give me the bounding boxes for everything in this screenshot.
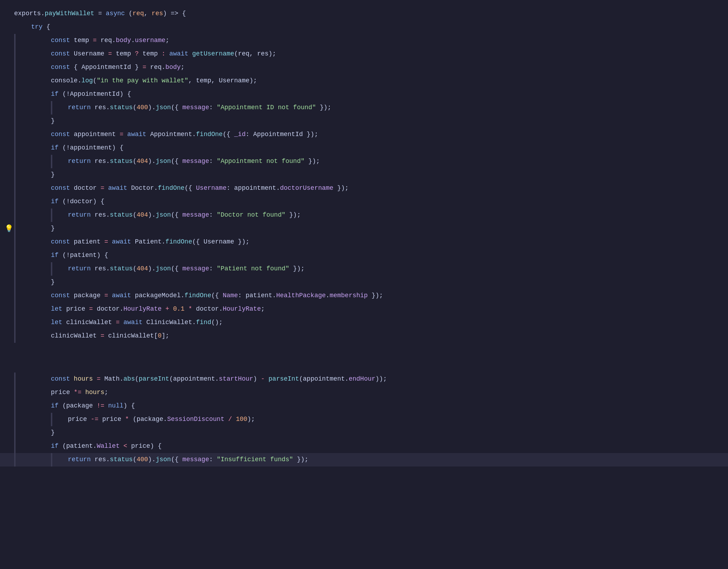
code-line: if (!AppointmentId) { bbox=[0, 88, 728, 101]
code-token: json bbox=[155, 210, 171, 220]
code-token bbox=[87, 415, 91, 424]
code-token: (!appointment) { bbox=[59, 143, 124, 153]
code-token: 0 bbox=[158, 331, 162, 341]
code-token: (appointment. bbox=[299, 374, 348, 384]
code-content: } bbox=[14, 276, 721, 289]
code-token: const bbox=[51, 130, 70, 140]
code-token: await bbox=[108, 183, 127, 193]
code-line: return res.status(404).json({ message: "… bbox=[0, 262, 728, 276]
code-line: price -= price * (package.SessionDiscoun… bbox=[0, 413, 728, 426]
code-token: }); bbox=[368, 291, 383, 301]
code-token: ( bbox=[93, 76, 97, 86]
code-token: } bbox=[51, 116, 55, 126]
code-token: ). bbox=[148, 455, 156, 465]
code-content: } bbox=[14, 168, 721, 182]
code-token: . bbox=[41, 9, 45, 19]
code-line: if (!appointment) { bbox=[0, 141, 728, 155]
code-line: let clinicWallet = await ClinicWallet.fi… bbox=[0, 316, 728, 329]
code-token: await bbox=[123, 318, 142, 328]
code-token: : patient. bbox=[238, 291, 276, 301]
code-token: const bbox=[51, 374, 70, 384]
code-token: 0.1 bbox=[173, 304, 184, 314]
lightbulb-icon: 💡 bbox=[5, 223, 13, 234]
code-token: AppointmentId bbox=[70, 89, 119, 99]
code-token: if bbox=[51, 401, 59, 411]
code-token: status bbox=[110, 103, 133, 113]
code-token: console bbox=[51, 76, 78, 86]
code-content: const doctor = await Doctor.findOne({ Us… bbox=[14, 182, 721, 195]
code-token: return bbox=[68, 157, 91, 166]
code-content: const temp = req.body.username; bbox=[14, 34, 721, 47]
code-token: parseInt bbox=[269, 374, 299, 384]
code-token: = bbox=[119, 130, 123, 140]
code-token: ; bbox=[165, 36, 169, 46]
code-token bbox=[93, 374, 97, 384]
code-token: = bbox=[89, 304, 93, 314]
code-token: ( bbox=[133, 264, 137, 274]
code-line: const appointment = await Appointment.fi… bbox=[0, 128, 728, 141]
code-token: status bbox=[110, 157, 133, 166]
code-token: : bbox=[209, 455, 217, 465]
code-token: temp bbox=[139, 49, 162, 59]
code-token: . bbox=[78, 76, 82, 86]
code-token bbox=[97, 331, 101, 341]
code-token: packageModel. bbox=[131, 291, 184, 301]
code-token: ; bbox=[104, 388, 108, 398]
code-line: return res.status(400).json({ message: "… bbox=[0, 453, 728, 467]
code-token: ( bbox=[133, 103, 137, 113]
code-token: const bbox=[51, 63, 70, 72]
code-token: const bbox=[51, 183, 70, 193]
code-token: : bbox=[209, 103, 217, 113]
code-line: return res.status(404).json({ message: "… bbox=[0, 209, 728, 222]
code-token: if bbox=[51, 441, 59, 451]
code-token: }); bbox=[333, 183, 348, 193]
code-token: }); bbox=[289, 264, 305, 274]
code-token: (!doctor) { bbox=[59, 197, 105, 207]
code-token: price bbox=[51, 388, 70, 398]
code-content: } bbox=[14, 426, 721, 440]
code-token: message bbox=[182, 455, 209, 465]
code-line: const hours = Math.abs(parseInt(appointm… bbox=[0, 373, 728, 386]
code-token: const bbox=[51, 237, 70, 247]
code-token: -= bbox=[91, 415, 99, 424]
code-token: req bbox=[97, 36, 112, 46]
code-line: const doctor = await Doctor.findOne({ Us… bbox=[0, 182, 728, 195]
code-line: const package = await packageModel.findO… bbox=[0, 289, 728, 303]
code-token: * bbox=[125, 415, 129, 424]
code-token: : bbox=[209, 210, 217, 220]
code-token: price) { bbox=[127, 441, 162, 451]
code-token: - bbox=[261, 374, 265, 384]
code-content bbox=[14, 343, 721, 373]
code-token: "Patient not found" bbox=[217, 264, 289, 274]
code-token: ) { bbox=[119, 89, 131, 99]
code-token: Math. bbox=[100, 374, 123, 384]
code-token: hours bbox=[85, 388, 104, 398]
code-token: HourlyRate bbox=[123, 304, 162, 314]
code-token: ) { bbox=[123, 401, 135, 411]
code-content: if (!AppointmentId) { bbox=[14, 88, 721, 101]
code-token: / bbox=[228, 415, 232, 424]
code-token: json bbox=[155, 157, 171, 166]
code-token: ({ bbox=[171, 210, 182, 220]
code-content: console.log("in the pay with wallet", te… bbox=[14, 74, 721, 88]
code-line: const Username = temp ? temp : await get… bbox=[0, 47, 728, 61]
code-token bbox=[188, 49, 192, 59]
code-line: console.log("in the pay with wallet", te… bbox=[0, 74, 728, 88]
code-token: return bbox=[68, 210, 91, 220]
code-token: let bbox=[51, 304, 62, 314]
code-token: res. bbox=[91, 103, 110, 113]
code-line: if (!patient) { bbox=[0, 249, 728, 262]
code-token: != bbox=[97, 401, 105, 411]
code-token: ). bbox=[148, 264, 156, 274]
code-token bbox=[123, 130, 127, 140]
code-token: } bbox=[51, 170, 55, 180]
code-line: } bbox=[0, 168, 728, 182]
code-line: const temp = req.body.username; bbox=[0, 34, 728, 47]
code-token: ( bbox=[133, 455, 137, 465]
code-token: json bbox=[155, 103, 171, 113]
code-token: HourlyRate bbox=[223, 304, 261, 314]
code-line: 💡 } bbox=[0, 222, 728, 235]
code-token: = bbox=[100, 183, 104, 193]
code-line: if (!doctor) { bbox=[0, 195, 728, 209]
code-token: : bbox=[209, 264, 217, 274]
